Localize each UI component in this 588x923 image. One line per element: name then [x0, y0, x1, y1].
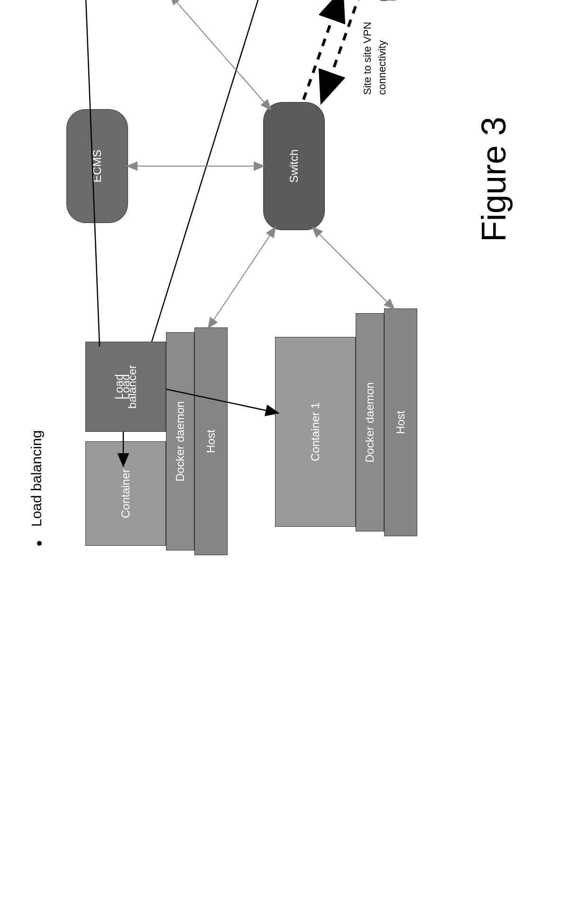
svg-line-9: [322, 0, 360, 100]
svg-line-6: [313, 228, 394, 308]
docker-label-bl: Docker daemon: [363, 382, 377, 462]
load-balancer-label-block2: Load balancer: [85, 342, 166, 432]
ecms-label: ECMS: [91, 149, 104, 182]
svg-line-3: [152, 0, 263, 342]
svg-line-5: [209, 228, 275, 327]
svg-line-7: [171, 0, 270, 109]
public-cloud-shape: [353, 0, 434, 5]
diagram-title: Load balancing: [28, 430, 45, 527]
host-label: Host: [204, 429, 218, 453]
svg-line-8: [303, 0, 341, 100]
switch-label: Switch: [287, 149, 301, 183]
lb-l1: Load: [112, 374, 126, 399]
docker-block-bl: Docker daemon: [356, 313, 384, 531]
figure-caption: Figure 3: [474, 117, 513, 242]
host-label-bl: Host: [394, 410, 407, 434]
container-block-bl: Container 1: [275, 337, 356, 527]
ecms-block: ECMS: [66, 109, 128, 223]
switch-block: Switch: [263, 102, 325, 230]
lb-l2: balancer: [126, 365, 139, 409]
container-block-tl: Container: [85, 441, 166, 546]
vpn-annotation: Site to site VPN connectivity: [360, 9, 390, 95]
container-label: Container: [119, 469, 132, 518]
docker-label: Docker daemon: [174, 401, 187, 481]
host-block-tl: Host: [194, 327, 228, 555]
docker-block-tl: Docker daemon: [166, 332, 194, 550]
bullet-point: [37, 541, 42, 546]
host-block-bl: Host: [384, 308, 417, 536]
container-label-bl: Container 1: [309, 402, 322, 461]
